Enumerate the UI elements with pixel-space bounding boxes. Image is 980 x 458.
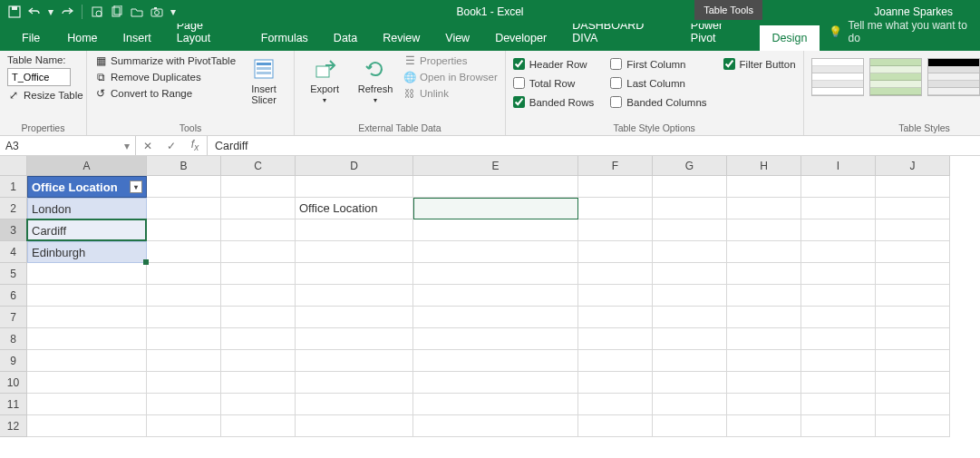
cell-G2[interactable] [653,198,727,219]
cell-E5[interactable] [413,263,578,285]
cell-C6[interactable] [221,285,296,307]
insert-slicer-button[interactable]: Insert Slicer [241,54,286,105]
cell-B7[interactable] [147,307,221,328]
cell-F6[interactable] [578,285,653,307]
cell-J10[interactable] [876,372,950,394]
cell-J2[interactable] [876,198,950,219]
column-header-C[interactable]: C [221,156,296,176]
tab-insert[interactable]: Insert [111,25,164,51]
summarize-pivottable-button[interactable]: ▦Summarize with PivotTable [94,54,236,67]
cell-B5[interactable] [147,263,221,285]
cell-B1[interactable] [147,176,221,198]
cell-H7[interactable] [727,307,801,328]
cell-A4[interactable]: Edinburgh [27,241,147,263]
cell-I2[interactable] [801,198,876,219]
row-header-9[interactable]: 9 [0,350,27,372]
cell-F9[interactable] [578,350,653,372]
cell-H1[interactable] [727,176,801,198]
undo-dropdown-icon[interactable]: ▾ [47,5,54,19]
cell-E2[interactable] [413,198,578,219]
cell-G6[interactable] [653,285,727,307]
cell-F5[interactable] [578,263,653,285]
cell-E12[interactable] [413,415,578,437]
cell-B4[interactable] [147,241,221,263]
cell-I7[interactable] [801,307,876,328]
cell-B12[interactable] [147,415,221,437]
cell-F7[interactable] [578,307,653,328]
cell-A1[interactable]: Office Location▾ [27,176,147,198]
cell-D9[interactable] [296,350,413,372]
cell-I12[interactable] [801,415,876,437]
spreadsheet-grid[interactable]: ABCDEFGHIJ 123456789101112 Office Locati… [0,156,980,458]
row-header-12[interactable]: 12 [0,415,27,437]
cell-E11[interactable] [413,394,578,415]
cell-E8[interactable] [413,328,578,350]
tab-review[interactable]: Review [370,25,432,51]
cell-A8[interactable] [27,328,147,350]
cell-B8[interactable] [147,328,221,350]
cell-D11[interactable] [296,394,413,415]
cell-J11[interactable] [876,394,950,415]
cell-G3[interactable] [653,219,727,241]
cell-C9[interactable] [221,350,296,372]
cell-E10[interactable] [413,372,578,394]
cell-H12[interactable] [727,415,801,437]
cell-B9[interactable] [147,350,221,372]
cell-J4[interactable] [876,241,950,263]
tab-file[interactable]: File [7,25,54,51]
redo-icon[interactable] [60,5,74,19]
cell-D4[interactable] [296,241,413,263]
cell-C12[interactable] [221,415,296,437]
banded-columns-checkbox[interactable]: Banded Columns [610,96,706,108]
cell-C8[interactable] [221,328,296,350]
cell-F10[interactable] [578,372,653,394]
cell-D6[interactable] [296,285,413,307]
cell-A5[interactable] [27,263,147,285]
row-header-5[interactable]: 5 [0,263,27,285]
cell-J9[interactable] [876,350,950,372]
column-header-B[interactable]: B [147,156,221,176]
tab-developer[interactable]: Developer [482,25,559,51]
cell-E1[interactable] [413,176,578,198]
cell-G5[interactable] [653,263,727,285]
cell-I6[interactable] [801,285,876,307]
total-row-checkbox[interactable]: Total Row [513,77,595,89]
cell-F2[interactable] [578,198,653,219]
row-header-6[interactable]: 6 [0,285,27,307]
print-preview-icon[interactable] [90,5,104,19]
cell-E4[interactable] [413,241,578,263]
cell-I1[interactable] [801,176,876,198]
name-box[interactable]: A3 ▾ [0,136,136,155]
open-icon[interactable] [130,5,144,19]
cell-D12[interactable] [296,415,413,437]
column-header-H[interactable]: H [727,156,801,176]
accept-formula-button[interactable]: ✓ [160,140,183,152]
cell-I5[interactable] [801,263,876,285]
tab-home[interactable]: Home [54,25,110,51]
cell-G1[interactable] [653,176,727,198]
column-header-I[interactable]: I [801,156,876,176]
cell-D10[interactable] [296,372,413,394]
table-name-input[interactable] [7,68,71,86]
cell-B10[interactable] [147,372,221,394]
cell-F4[interactable] [578,241,653,263]
cell-G4[interactable] [653,241,727,263]
cell-A11[interactable] [27,394,147,415]
row-header-1[interactable]: 1 [0,176,27,198]
cell-A9[interactable] [27,350,147,372]
new-file-icon[interactable] [110,5,124,19]
cell-C5[interactable] [221,263,296,285]
cell-B3[interactable] [147,219,221,241]
select-all-corner[interactable] [0,156,27,176]
save-icon[interactable] [7,5,22,19]
cell-H3[interactable] [727,219,801,241]
cell-A12[interactable] [27,415,147,437]
tab-data[interactable]: Data [321,25,370,51]
cell-E7[interactable] [413,307,578,328]
cell-D5[interactable] [296,263,413,285]
first-column-checkbox[interactable]: First Column [610,58,706,70]
export-button[interactable]: Export ▾ [302,54,347,104]
last-column-checkbox[interactable]: Last Column [610,77,706,89]
table-style-swatch[interactable] [927,58,980,96]
cell-C7[interactable] [221,307,296,328]
